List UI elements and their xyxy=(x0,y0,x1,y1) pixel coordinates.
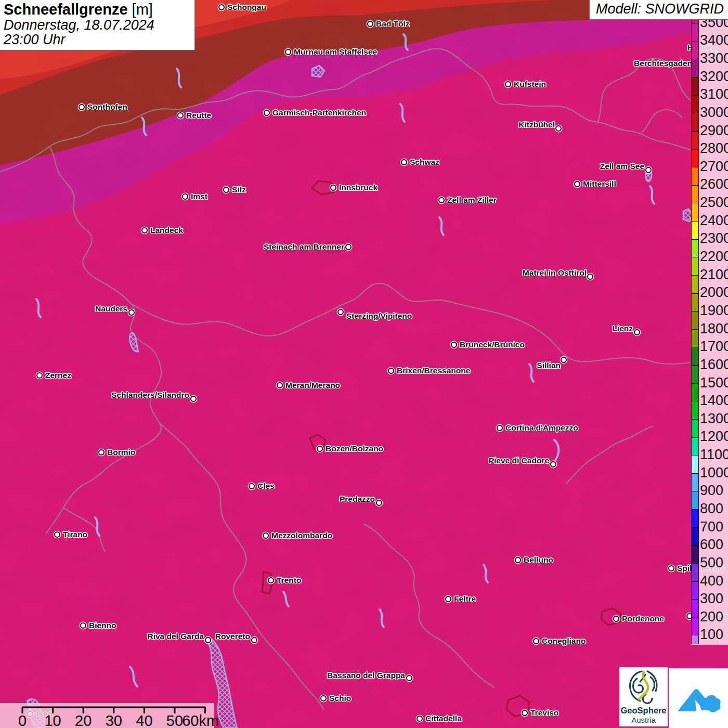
colorbar-tick-label: 2300 xyxy=(700,231,728,245)
city-label: Landeck xyxy=(150,226,183,235)
city-label: Mezzolombardo xyxy=(271,531,332,540)
city-label: Sillian xyxy=(537,361,561,370)
city-dot xyxy=(177,112,184,119)
city-label: Bruneck/Brunico xyxy=(460,340,525,349)
colorbar-cell xyxy=(692,581,698,600)
city-dot xyxy=(218,4,225,10)
city-dot xyxy=(406,675,412,681)
city-label: Trento xyxy=(277,576,301,585)
scalebar-number: 50 xyxy=(166,712,183,728)
city-label: Zernez xyxy=(45,371,71,380)
city-dot xyxy=(36,372,43,379)
city-dot xyxy=(367,21,373,27)
city-label: Zell am See xyxy=(600,162,644,171)
city-label: Bassano del Grappa xyxy=(327,671,405,680)
colorbar-cell xyxy=(692,167,698,185)
colorbar-tick-label: 1600 xyxy=(700,358,728,372)
colorbar-cell xyxy=(692,545,698,563)
colorbar-tick-label: 3100 xyxy=(700,87,728,101)
distance-scalebar: 0102030405060km xyxy=(0,703,214,728)
city-label: Nauders xyxy=(95,304,127,314)
city-dot xyxy=(54,531,60,538)
city-layer: SchongauBad TölzKemptenMurnau am Staffel… xyxy=(0,0,728,728)
city-label: Sonthofen xyxy=(87,102,127,112)
city-dot xyxy=(80,622,86,629)
city-label: Matrei in Osttirol xyxy=(523,268,587,278)
colorbar-cell xyxy=(692,401,698,419)
colorbar-cell xyxy=(692,77,698,95)
colorbar-cell xyxy=(692,275,698,293)
colorbar-cell xyxy=(692,95,698,113)
colorbar-tick-label: 2700 xyxy=(700,160,728,174)
city-dot xyxy=(285,49,291,55)
city-label: Predazzo xyxy=(340,495,375,504)
colorbar-cell xyxy=(692,41,698,59)
city-dot xyxy=(497,425,503,431)
city-label: Lienz xyxy=(612,324,633,333)
geosphere-logo-box: GeoSphere Austria xyxy=(619,667,668,726)
city-dot xyxy=(417,716,423,722)
colorbar-tick-label: 2200 xyxy=(700,250,728,264)
city-label: Imst xyxy=(191,192,207,201)
colorbar-cell xyxy=(692,23,698,41)
colorbar-cell xyxy=(692,563,698,581)
colorbar-tick-label: 3400 xyxy=(700,33,728,47)
city-label: Tirano xyxy=(63,530,87,539)
colorbar-tick-label: 1800 xyxy=(700,322,728,336)
city-label: Garmisch-Partenkirchen xyxy=(272,108,366,118)
city-dot xyxy=(263,532,269,539)
city-label: Berchtesgaden xyxy=(634,59,692,68)
colorbar-cell xyxy=(692,185,698,203)
city-dot xyxy=(550,461,556,467)
colorbar-tick-label: 1400 xyxy=(700,394,728,408)
colorbar-cell xyxy=(692,509,698,527)
colorbar-tick-label: 3200 xyxy=(700,70,728,84)
city-label: Pieve di Cadore xyxy=(489,456,549,465)
city-dot xyxy=(505,81,511,87)
colorbar-cell xyxy=(692,473,698,491)
colorbar-cell xyxy=(692,617,698,635)
colorbar-cell xyxy=(692,635,698,644)
geosphere-org-text: GeoSphere xyxy=(620,706,666,716)
city-dot xyxy=(268,577,274,583)
city-dot xyxy=(515,557,521,563)
city-label: Treviso xyxy=(530,708,558,718)
colorbar-tick-label: 600 xyxy=(700,538,723,552)
city-dot xyxy=(251,637,257,643)
colorbar-tick-label: 1300 xyxy=(700,412,728,426)
city-label: Belluno xyxy=(524,555,553,565)
colorbar-tick-label: 1200 xyxy=(700,430,728,444)
colorbar-tick-label: 700 xyxy=(700,520,723,534)
city-label: Meran/Merano xyxy=(285,381,340,390)
colorbar-cell xyxy=(692,149,698,167)
map-title: Schneefallgrenze [m] xyxy=(4,2,192,18)
colorbar-cell xyxy=(692,419,698,437)
geosphere-country-text: Austria xyxy=(631,716,656,724)
city-label: Feltre xyxy=(454,594,476,604)
city-dot xyxy=(337,309,344,315)
city-label: Steinach am Brenner xyxy=(264,242,344,252)
colorbar-cell xyxy=(692,329,698,347)
colorbar-tick-label: 200 xyxy=(700,610,723,624)
colorbar-cells xyxy=(691,14,699,644)
city-label: Kitzbühel xyxy=(518,120,555,129)
mountain-cloud-icon xyxy=(674,677,722,720)
city-dot xyxy=(205,637,211,643)
city-label: Cittadella xyxy=(425,714,462,723)
colorbar-tick-label: 900 xyxy=(700,484,723,498)
city-label: Innsbruck xyxy=(339,183,378,192)
city-label: Bormio xyxy=(107,448,135,457)
city-label: Murnau am Staffelsee xyxy=(294,47,377,57)
colorbar-cell xyxy=(692,347,698,365)
city-label: Pordenone xyxy=(622,614,664,623)
city-dot xyxy=(320,695,327,701)
scalebar-number: 60km xyxy=(182,712,219,728)
colorbar-tick-label: 500 xyxy=(700,556,723,570)
scalebar-number: 10 xyxy=(44,712,61,728)
city-dot xyxy=(98,449,105,456)
colorbar-cell xyxy=(692,599,698,617)
city-dot xyxy=(141,227,148,233)
scalebar-number: 20 xyxy=(75,712,92,728)
city-label: Schongau xyxy=(227,3,266,12)
scalebar-number: 0 xyxy=(18,712,27,728)
